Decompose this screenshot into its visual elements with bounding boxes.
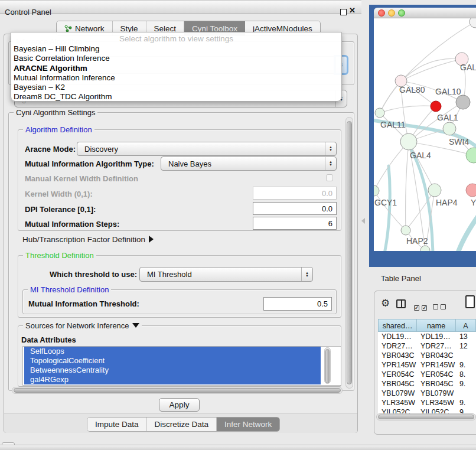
table-cell: 12 (456, 341, 476, 351)
node-label-gal11: GAL11 (380, 120, 406, 129)
table-cell (456, 351, 476, 360)
table-horizontal-scrollbar[interactable] (376, 413, 476, 420)
combo-stepper-icon: ▲▼ (325, 142, 336, 155)
table-cell: YPR145W (378, 360, 417, 370)
gear-icon[interactable]: ⚙ (381, 297, 390, 309)
network-node-gcy1[interactable] (374, 185, 379, 196)
mi-threshold-field[interactable]: 0.5 (263, 297, 332, 311)
tab-label: Infer Network (224, 420, 272, 429)
combo-stepper-icon: ▲▼ (301, 268, 312, 281)
column-header-name[interactable]: name (417, 319, 456, 332)
table-cell: 9. (456, 379, 476, 389)
table-cell: YBR043C (378, 351, 417, 360)
data-attributes-list[interactable]: SelfLoopsTopologicalCoefficientBetweenne… (22, 346, 341, 386)
column-header-a[interactable]: A (456, 319, 476, 332)
table-row[interactable]: YDL19…YDL19…13 (378, 332, 476, 341)
list-vertical-scrollbar[interactable] (324, 347, 331, 384)
mi-threshold-group-title: MI Threshold Definition (28, 285, 111, 294)
scrollbar-thumb[interactable] (14, 388, 341, 393)
network-node[interactable] (470, 18, 476, 28)
mi-steps-field[interactable]: 6 (253, 217, 337, 230)
settings-vertical-scrollbar[interactable] (345, 117, 353, 389)
column-selector-icon[interactable] (396, 299, 406, 308)
control-panel-titlebar: Control Panel ✕ (0, 0, 361, 14)
mi-type-label: Mutual Information Algorithm Type: (25, 159, 154, 168)
scrollbar-thumb[interactable] (347, 121, 352, 384)
column-header-shared[interactable]: shared… (378, 319, 417, 332)
table-row[interactable]: YPR145WYPR145W9. (378, 360, 476, 370)
node-label-gal4: GAL4 (410, 151, 431, 160)
table-rows: YDL19…YDL19…13YDR27…YDR27…12YBR043CYBR04… (378, 332, 476, 415)
algorithm-dropdown-items: Bayesian – Hill ClimbingBasic Correlatio… (14, 44, 339, 102)
network-node[interactable] (431, 101, 441, 112)
window-minimize-icon[interactable] (388, 9, 395, 17)
algorithm-option-aracne-algorithm[interactable]: ARACNE Algorithm (14, 64, 339, 73)
list-item-betweennesscentrality[interactable]: BetweennessCentrality (24, 366, 321, 375)
table-row[interactable]: YBR045CYBR045C9. (378, 379, 476, 389)
float-window-icon[interactable] (340, 9, 347, 15)
network-window-titlebar[interactable] (374, 8, 476, 18)
tab-infer-network[interactable]: Infer Network (217, 418, 279, 431)
algorithm-definition-title: Algorithm Definition (23, 125, 94, 134)
cyni-settings-title: Cyni Algorithm Settings (14, 108, 97, 117)
function-builder-icon[interactable] (465, 295, 475, 308)
window-close-icon[interactable] (378, 9, 385, 17)
table-row[interactable]: YBR043CYBR043C (378, 351, 476, 360)
table-row[interactable]: YBL079WYBL079W (378, 389, 476, 398)
network-icon (64, 25, 72, 32)
algorithm-option-bayesian-k2[interactable]: Bayesian – K2 (14, 83, 339, 92)
table-cell: YDR27… (417, 341, 456, 351)
algorithm-option-dream8-dc-tdc-algorithm[interactable]: Dream8 DC_TDC Algorithm (14, 92, 339, 102)
window-zoom-icon[interactable] (398, 9, 405, 17)
kernel-width-field[interactable]: 0.0 (253, 187, 337, 200)
mi-steps-label: Mutual Information Steps: (25, 220, 119, 229)
settings-horizontal-scrollbar[interactable] (12, 387, 343, 394)
which-threshold-combo[interactable]: MI Threshold ▲▼ (139, 267, 313, 282)
algorithm-option-mutual-information-inference[interactable]: Mutual Information Inference (14, 73, 339, 83)
manual-kernel-label: Manual Kernel Width Definition (25, 174, 138, 183)
algorithm-option-basic-correlation-inference[interactable]: Basic Correlation Inference (14, 54, 339, 63)
hub-definition-toggle[interactable]: Hub/Transcription Factor Definition (22, 235, 154, 244)
splitter-handle[interactable] (361, 218, 365, 224)
network-graph: GALGAL80GAL10GAL1GAL11GAL4SWI4GCY1HAP4YH… (374, 18, 476, 251)
table-cell: YDL19… (378, 332, 417, 341)
close-icon[interactable]: ✕ (349, 6, 356, 15)
table-header: shared…nameA (378, 319, 476, 332)
mi-type-combo[interactable]: Naive Bayes ▲▼ (161, 156, 337, 171)
network-node-gal4[interactable] (400, 133, 417, 150)
network-node-hap4[interactable] (428, 184, 441, 197)
network-node-hap2[interactable] (401, 226, 410, 235)
select-all-icon[interactable]: ✓ ✓ (414, 301, 427, 312)
tab-impute-data[interactable]: Impute Data (87, 418, 147, 431)
table-row[interactable]: YDR27…YDR27…12 (378, 341, 476, 351)
list-item-topologicalcoefficient[interactable]: TopologicalCoefficient (24, 356, 321, 366)
sources-group-title[interactable]: Sources for Network Inference (23, 321, 142, 330)
algorithm-option-bayesian-hill-climbing[interactable]: Bayesian – Hill Climbing (14, 44, 339, 54)
aracne-mode-combo[interactable]: Discovery ▲▼ (77, 142, 337, 156)
bottom-divider-strip (0, 445, 476, 450)
network-node-gal1[interactable] (443, 122, 456, 135)
network-node-gal10[interactable] (456, 95, 470, 109)
tab-discretize-data[interactable]: Discretize Data (147, 418, 217, 431)
table-cell: YBR043C (417, 351, 456, 360)
table-row[interactable]: YER054CYER054C8. (378, 370, 476, 379)
network-node-gal11[interactable] (375, 108, 384, 118)
mi-type-value: Naive Bayes (161, 159, 325, 168)
deselect-all-icon[interactable] (433, 301, 446, 312)
table-row[interactable]: YLR345WYLR345W9. (378, 398, 476, 407)
network-canvas[interactable]: GALGAL80GAL10GAL1GAL11GAL4SWI4GCY1HAP4YH… (374, 18, 476, 251)
table-cell: 9. (456, 398, 476, 407)
table-cell: YPR145W (417, 360, 456, 370)
network-node-swi4[interactable] (466, 148, 476, 163)
manual-kernel-checkbox[interactable] (326, 174, 333, 181)
dpi-tolerance-field[interactable]: 0.0 (253, 202, 337, 215)
list-item-gal4rgexp[interactable]: gal4RGexp (24, 375, 321, 384)
network-node[interactable] (420, 246, 430, 251)
apply-button[interactable]: Apply (159, 398, 200, 412)
threshold-definition-title: Threshold Definition (23, 251, 96, 260)
scrollbar-thumb[interactable] (378, 415, 474, 419)
scrollbar-thumb[interactable] (325, 349, 330, 383)
network-node-y[interactable] (466, 184, 476, 197)
list-item-selfloops[interactable]: SelfLoops (24, 347, 321, 356)
table-cell: YER054C (417, 370, 456, 379)
